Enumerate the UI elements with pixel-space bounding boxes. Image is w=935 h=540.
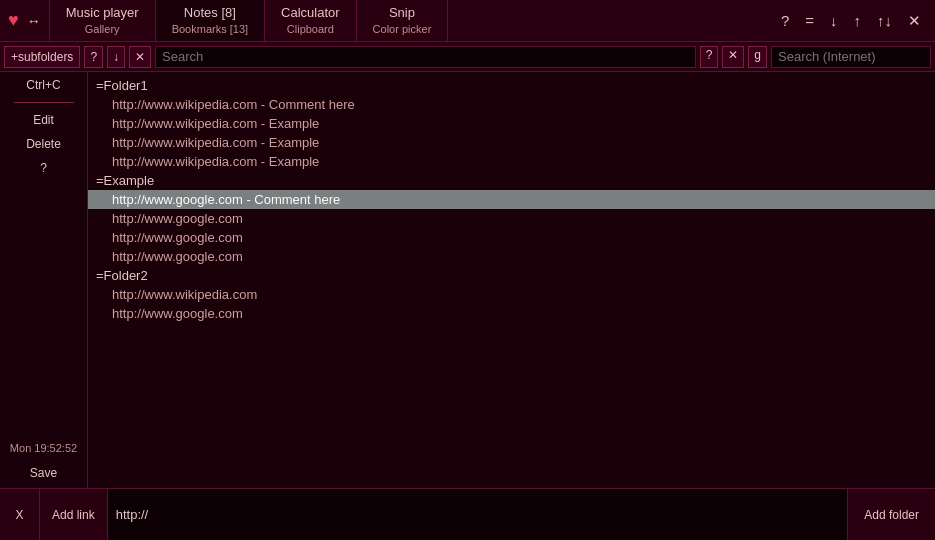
tab-snip[interactable]: Snip Color picker <box>357 0 449 41</box>
tab-colorpicker-label: Color picker <box>373 22 432 36</box>
sidebar: Ctrl+C Edit Delete ? Mon 19:52:52 Save <box>0 72 88 488</box>
tab-bookmarks-label: Bookmarks [13] <box>172 22 248 36</box>
tab-snip-label: Snip <box>389 5 415 22</box>
tab-music-player-label: Music player <box>66 5 139 22</box>
content-area[interactable]: =Folder1 http://www.wikipedia.com - Comm… <box>88 72 935 488</box>
list-item[interactable]: http://www.wikipedia.com <box>88 285 935 304</box>
main-layout: Ctrl+C Edit Delete ? Mon 19:52:52 Save =… <box>0 72 935 488</box>
heart-icon[interactable]: ♥ <box>8 10 19 31</box>
folder-header-folder1[interactable]: =Folder1 <box>88 76 935 95</box>
arrow-icon[interactable]: ↔ <box>27 13 41 29</box>
tab-clipboard-label: Clipboard <box>287 22 334 36</box>
close-button[interactable]: ✕ <box>904 10 925 32</box>
tab-notes-label: Notes [8] <box>184 5 236 22</box>
nav-tabs: Music player Gallery Notes [8] Bookmarks… <box>50 0 767 41</box>
tab-music-player[interactable]: Music player Gallery <box>50 0 156 41</box>
question-button[interactable]: ? <box>4 159 84 177</box>
add-subfolders-button[interactable]: +subfolders <box>4 46 80 68</box>
tab-notes[interactable]: Notes [8] Bookmarks [13] <box>156 0 265 41</box>
tab-gallery-label: Gallery <box>85 22 120 36</box>
add-folder-button[interactable]: Add folder <box>847 489 935 540</box>
sidebar-divider-1 <box>14 102 74 103</box>
delete-button[interactable]: Delete <box>4 135 84 153</box>
search-bar: +subfolders ? ↓ ✕ ? ✕ g <box>0 42 935 72</box>
filter-badge-x[interactable]: ✕ <box>722 46 744 68</box>
list-item[interactable]: http://www.wikipedia.com - Example <box>88 114 935 133</box>
filter-badge-g[interactable]: g <box>748 46 767 68</box>
list-item[interactable]: http://www.google.com <box>88 304 935 323</box>
folder-header-folder2[interactable]: =Folder2 <box>88 266 935 285</box>
scroll-up-button[interactable]: ↑ <box>850 10 866 31</box>
time-display: Mon 19:52:52 <box>10 442 77 458</box>
save-button[interactable]: Save <box>4 464 84 482</box>
top-bar-right: ? = ↓ ↑ ↑↓ ✕ <box>767 0 935 41</box>
list-item[interactable]: http://www.google.com <box>88 209 935 228</box>
list-item[interactable]: http://www.google.com <box>88 247 935 266</box>
search-input[interactable] <box>155 46 696 68</box>
list-item[interactable]: http://www.wikipedia.com - Example <box>88 152 935 171</box>
search-clear-button[interactable]: ✕ <box>129 46 151 68</box>
search-internet-input[interactable] <box>771 46 931 68</box>
help-button[interactable]: ? <box>777 10 793 31</box>
scroll-down-button[interactable]: ↓ <box>826 10 842 31</box>
top-bar-left: ♥ ↔ <box>0 0 50 41</box>
top-bar: ♥ ↔ Music player Gallery Notes [8] Bookm… <box>0 0 935 42</box>
bottom-bar: X Add link Add folder <box>0 488 935 540</box>
tab-calculator[interactable]: Calculator Clipboard <box>265 0 357 41</box>
search-help-button[interactable]: ? <box>84 46 103 68</box>
scroll-updown-button[interactable]: ↑↓ <box>873 10 896 31</box>
x-button[interactable]: X <box>0 489 40 540</box>
tab-calculator-label: Calculator <box>281 5 340 22</box>
list-item[interactable]: http://www.google.com - Comment here <box>88 190 935 209</box>
list-item[interactable]: http://www.google.com <box>88 228 935 247</box>
url-input[interactable] <box>116 507 840 522</box>
edit-button[interactable]: Edit <box>4 111 84 129</box>
list-item[interactable]: http://www.wikipedia.com - Example <box>88 133 935 152</box>
search-scroll-button[interactable]: ↓ <box>107 46 125 68</box>
ctrl-c-button[interactable]: Ctrl+C <box>4 76 84 94</box>
url-input-area <box>108 489 848 540</box>
equals-button[interactable]: = <box>801 10 818 31</box>
add-link-button[interactable]: Add link <box>40 489 108 540</box>
filter-badge-question[interactable]: ? <box>700 46 719 68</box>
folder-header-example[interactable]: =Example <box>88 171 935 190</box>
list-item[interactable]: http://www.wikipedia.com - Comment here <box>88 95 935 114</box>
